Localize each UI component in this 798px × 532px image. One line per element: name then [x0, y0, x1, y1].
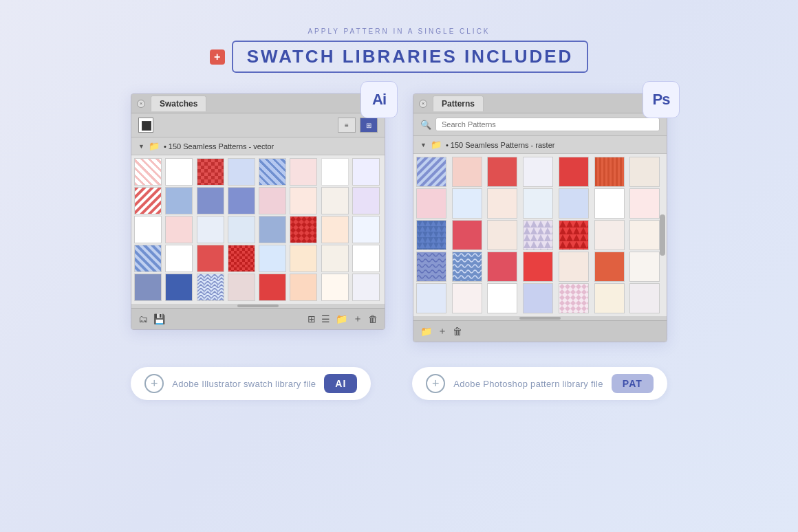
ps-file-label: Adobe Photoshop pattern library file — [453, 379, 603, 389]
pattern-cell[interactable] — [197, 216, 224, 243]
pattern-cell[interactable] — [352, 216, 380, 243]
ps-delete-icon[interactable]: 🗑 — [453, 326, 462, 337]
pattern-cell[interactable] — [416, 188, 446, 219]
ps-scrollbar[interactable] — [660, 214, 665, 256]
pattern-cell[interactable] — [259, 245, 286, 272]
pattern-cell[interactable] — [559, 252, 589, 282]
pattern-cell[interactable] — [594, 252, 625, 282]
ai-grid-view-button[interactable]: ⊞ — [360, 118, 378, 133]
pattern-cell[interactable] — [487, 220, 517, 250]
delete-icon[interactable]: 🗑 — [368, 313, 378, 324]
ps-plus-circle[interactable]: + — [426, 374, 445, 393]
pattern-cell[interactable] — [487, 188, 517, 219]
pattern-cell[interactable] — [290, 274, 317, 301]
pattern-cell[interactable] — [321, 274, 349, 301]
ps-pattern-grid[interactable] — [413, 154, 667, 316]
ai-swatches-tab[interactable]: Swatches — [151, 96, 206, 111]
pattern-cell[interactable] — [416, 283, 446, 313]
pattern-cell[interactable] — [416, 252, 446, 282]
pattern-cell[interactable] — [134, 274, 162, 301]
pattern-cell[interactable] — [629, 220, 660, 250]
pattern-cell[interactable] — [165, 245, 193, 272]
pattern-cell[interactable] — [559, 220, 589, 250]
pattern-cell[interactable] — [321, 158, 349, 186]
save-icon[interactable]: 💾 — [153, 313, 165, 324]
pattern-cell[interactable] — [228, 274, 255, 301]
pattern-cell[interactable] — [321, 216, 349, 243]
ai-pattern-grid[interactable] — [131, 155, 385, 304]
ps-folder-icon[interactable]: 📁 — [420, 326, 432, 337]
pattern-cell[interactable] — [259, 158, 286, 186]
ai-list-view-button[interactable]: ≡ — [338, 118, 356, 133]
pattern-cell[interactable] — [416, 157, 446, 187]
ai-library-header: ▼ 📁 • 150 Seamless Patterns - vector — [131, 137, 385, 155]
pattern-cell[interactable] — [228, 216, 255, 243]
new-group-icon[interactable]: ⊞ — [308, 313, 316, 324]
pattern-cell[interactable] — [321, 187, 349, 214]
pattern-cell[interactable] — [290, 216, 317, 243]
pattern-cell[interactable] — [228, 245, 255, 272]
ai-plus-circle[interactable]: + — [144, 374, 164, 393]
pattern-cell[interactable] — [487, 157, 517, 187]
pattern-cell[interactable] — [523, 283, 553, 313]
pattern-cell[interactable] — [452, 157, 482, 187]
pattern-cell[interactable] — [559, 188, 589, 219]
pattern-cell[interactable] — [629, 283, 660, 313]
pattern-cell[interactable] — [134, 245, 162, 272]
pattern-cell[interactable] — [629, 157, 660, 187]
pattern-cell[interactable] — [629, 252, 660, 282]
pattern-cell[interactable] — [259, 187, 286, 214]
pattern-cell[interactable] — [197, 187, 224, 214]
pattern-cell[interactable] — [197, 158, 224, 186]
pattern-cell[interactable] — [523, 252, 553, 282]
pattern-cell[interactable] — [352, 274, 380, 301]
pattern-cell[interactable] — [559, 157, 589, 187]
ps-patterns-tab[interactable]: Patterns — [433, 96, 484, 111]
pattern-cell[interactable] — [594, 220, 625, 250]
pattern-cell[interactable] — [594, 157, 625, 187]
pattern-cell[interactable] — [452, 188, 482, 219]
pattern-cell[interactable] — [523, 188, 553, 219]
pattern-cell[interactable] — [165, 216, 193, 243]
pattern-cell[interactable] — [290, 245, 317, 272]
pattern-cell[interactable] — [134, 158, 162, 186]
ps-add-icon[interactable]: ＋ — [438, 325, 447, 337]
library-icon[interactable]: 🗂 — [138, 313, 148, 324]
pattern-cell[interactable] — [197, 274, 224, 301]
pattern-cell[interactable] — [559, 283, 589, 313]
pattern-cell[interactable] — [321, 245, 349, 272]
pattern-cell[interactable] — [452, 220, 482, 250]
pattern-cell[interactable] — [290, 158, 317, 186]
pattern-cell[interactable] — [487, 252, 517, 282]
pattern-cell[interactable] — [165, 187, 193, 214]
pattern-cell[interactable] — [594, 283, 625, 313]
pattern-cell[interactable] — [228, 158, 255, 186]
pattern-cell[interactable] — [134, 216, 162, 243]
ai-close-button[interactable]: × — [137, 100, 145, 108]
pattern-cell[interactable] — [228, 187, 255, 214]
pattern-cell[interactable] — [134, 187, 162, 214]
pattern-cell[interactable] — [259, 216, 286, 243]
pattern-cell[interactable] — [523, 220, 553, 250]
pattern-cell[interactable] — [259, 274, 286, 301]
pattern-cell[interactable] — [352, 158, 380, 186]
pattern-cell[interactable] — [523, 157, 553, 187]
pattern-cell[interactable] — [452, 252, 482, 282]
folder-icon[interactable]: 📁 — [336, 313, 347, 324]
ps-search-input[interactable] — [435, 118, 660, 131]
ai-scroll-thumb — [237, 304, 279, 307]
pattern-cell[interactable] — [165, 274, 193, 301]
pattern-cell[interactable] — [352, 245, 380, 272]
pattern-cell[interactable] — [594, 188, 625, 219]
pattern-cell[interactable] — [197, 245, 224, 272]
pattern-cell[interactable] — [416, 220, 446, 250]
pattern-cell[interactable] — [452, 283, 482, 313]
list-icon[interactable]: ☰ — [321, 313, 330, 324]
pattern-cell[interactable] — [629, 188, 660, 219]
pattern-cell[interactable] — [352, 187, 380, 214]
pattern-cell[interactable] — [290, 187, 317, 214]
pattern-cell[interactable] — [165, 158, 193, 186]
ps-close-button[interactable]: × — [419, 100, 427, 108]
pattern-cell[interactable] — [487, 283, 517, 313]
add-icon[interactable]: ＋ — [353, 313, 363, 325]
